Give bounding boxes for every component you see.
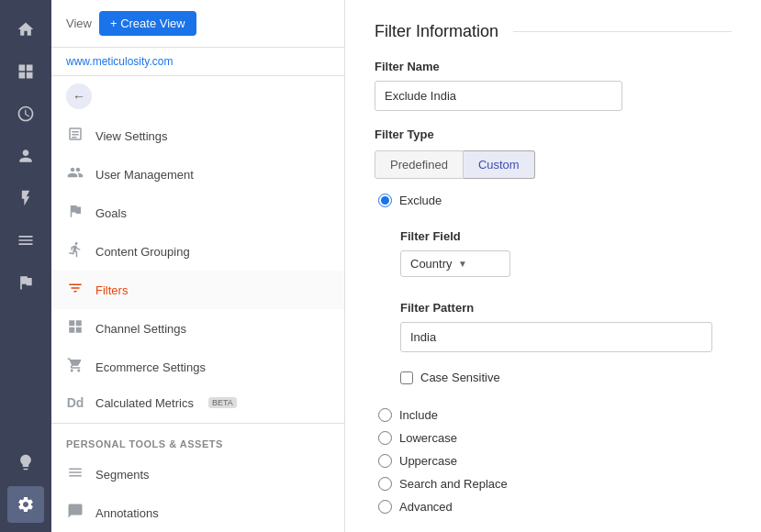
sidebar-item-goals-label: Goals [95, 206, 127, 220]
sidebar-item-filters-label: Filters [95, 283, 128, 297]
lightning-nav-item[interactable] [7, 180, 44, 216]
advanced-radio[interactable] [378, 500, 392, 514]
uppercase-radio-label: Uppercase [399, 454, 457, 468]
search-replace-radio-item[interactable]: Search and Replace [378, 477, 732, 491]
dashboard-nav-item[interactable] [7, 53, 44, 90]
custom-button[interactable]: Custom [464, 150, 535, 179]
goals-icon [66, 203, 84, 223]
sidebar-item-channel-settings[interactable]: Channel Settings [51, 309, 344, 348]
flag-nav-item[interactable] [7, 264, 44, 301]
advanced-radio-item[interactable]: Advanced [378, 500, 732, 514]
left-navigation [0, 0, 51, 532]
sidebar: View + Create View www.meticulosity.com … [51, 0, 345, 532]
list-nav-item[interactable] [7, 222, 44, 259]
filter-field-section: Filter Field Country ▼ [400, 229, 732, 292]
filter-type-label: Filter Type [375, 127, 732, 141]
include-radio-label: Include [399, 408, 438, 422]
channel-settings-icon [66, 318, 84, 338]
filter-info-title: Filter Information [375, 22, 498, 41]
country-dropdown-value: Country [410, 257, 453, 271]
beta-badge: BETA [208, 397, 237, 408]
view-label: View [66, 17, 92, 30]
exclude-radio-item[interactable]: Exclude [378, 194, 732, 207]
filter-radio-group: Exclude Filter Field Country ▼ Filter Pa… [378, 194, 732, 514]
advanced-radio-label: Advanced [399, 500, 453, 514]
create-view-button[interactable]: + Create View [99, 11, 196, 36]
search-replace-radio-label: Search and Replace [399, 477, 508, 491]
sidebar-section-label: PERSONAL TOOLS & ASSETS [51, 427, 344, 455]
sidebar-item-view-settings-label: View Settings [95, 129, 168, 143]
content-grouping-icon [66, 241, 84, 261]
annotations-icon [66, 503, 84, 523]
lowercase-radio-item[interactable]: Lowercase [378, 431, 732, 445]
sidebar-item-content-grouping-label: Content Grouping [95, 245, 190, 259]
left-nav-bottom [7, 444, 44, 523]
include-radio-item[interactable]: Include [378, 408, 732, 422]
sidebar-item-ecommerce-settings-label: Ecommerce Settings [95, 360, 206, 374]
view-settings-icon [66, 126, 84, 146]
filter-type-buttons: Predefined Custom [375, 150, 732, 179]
filter-name-input[interactable] [375, 81, 622, 111]
exclude-radio[interactable] [378, 194, 392, 207]
case-sensitive-checkbox[interactable] [400, 371, 413, 384]
sidebar-item-segments[interactable]: Segments [51, 455, 344, 493]
include-radio[interactable] [378, 408, 392, 422]
filter-pattern-section: Filter Pattern [400, 301, 732, 361]
sidebar-header: View + Create View [51, 0, 344, 48]
gear-nav-item[interactable] [7, 486, 44, 523]
predefined-button[interactable]: Predefined [375, 150, 464, 179]
person-nav-item[interactable] [7, 138, 44, 174]
sidebar-item-ecommerce-settings[interactable]: Ecommerce Settings [51, 348, 344, 386]
site-url[interactable]: www.meticulosity.com [51, 48, 344, 76]
sidebar-item-content-grouping[interactable]: Content Grouping [51, 232, 344, 271]
exclude-radio-label: Exclude [399, 194, 442, 207]
filter-info-divider [513, 31, 732, 32]
sidebar-divider [51, 423, 344, 424]
sidebar-item-annotations-label: Annotations [95, 506, 159, 520]
filter-name-label: Filter Name [375, 60, 732, 73]
lowercase-radio-label: Lowercase [399, 431, 457, 445]
uppercase-radio-item[interactable]: Uppercase [378, 454, 732, 468]
filters-icon [66, 280, 84, 300]
clock-nav-item[interactable] [7, 95, 44, 132]
filter-field-label: Filter Field [400, 229, 732, 243]
country-dropdown[interactable]: Country ▼ [400, 250, 510, 277]
filter-pattern-input[interactable] [400, 322, 712, 352]
case-sensitive-row: Case Sensitive [400, 371, 732, 384]
home-nav-item[interactable] [7, 11, 44, 48]
sidebar-back-area: ← [51, 76, 344, 116]
search-replace-radio[interactable] [378, 477, 392, 491]
main-content: Filter Information Filter Name Filter Ty… [345, 0, 761, 532]
lowercase-radio[interactable] [378, 431, 392, 445]
sidebar-item-segments-label: Segments [95, 468, 150, 482]
dropdown-arrow-icon: ▼ [458, 259, 500, 269]
uppercase-radio[interactable] [378, 454, 392, 468]
segments-icon [66, 464, 84, 484]
calculated-metrics-icon: Dd [66, 395, 84, 410]
bulb-nav-item[interactable] [7, 444, 44, 481]
sidebar-item-user-management-label: User Management [95, 168, 194, 182]
sidebar-item-calculated-metrics[interactable]: Dd Calculated Metrics BETA [51, 386, 344, 419]
sidebar-item-annotations[interactable]: Annotations [51, 493, 344, 532]
back-button[interactable]: ← [66, 83, 92, 109]
sidebar-item-view-settings[interactable]: View Settings [51, 116, 344, 155]
sidebar-item-user-management[interactable]: User Management [51, 155, 344, 194]
case-sensitive-label[interactable]: Case Sensitive [420, 371, 500, 384]
sidebar-item-calculated-metrics-label: Calculated Metrics [95, 396, 194, 410]
filter-info-header: Filter Information [375, 22, 732, 41]
filter-pattern-label: Filter Pattern [400, 301, 732, 315]
ecommerce-icon [66, 357, 84, 377]
sidebar-item-filters[interactable]: Filters [51, 271, 344, 309]
sidebar-item-channel-settings-label: Channel Settings [95, 322, 186, 336]
sidebar-item-goals[interactable]: Goals [51, 194, 344, 232]
user-management-icon [66, 164, 84, 184]
